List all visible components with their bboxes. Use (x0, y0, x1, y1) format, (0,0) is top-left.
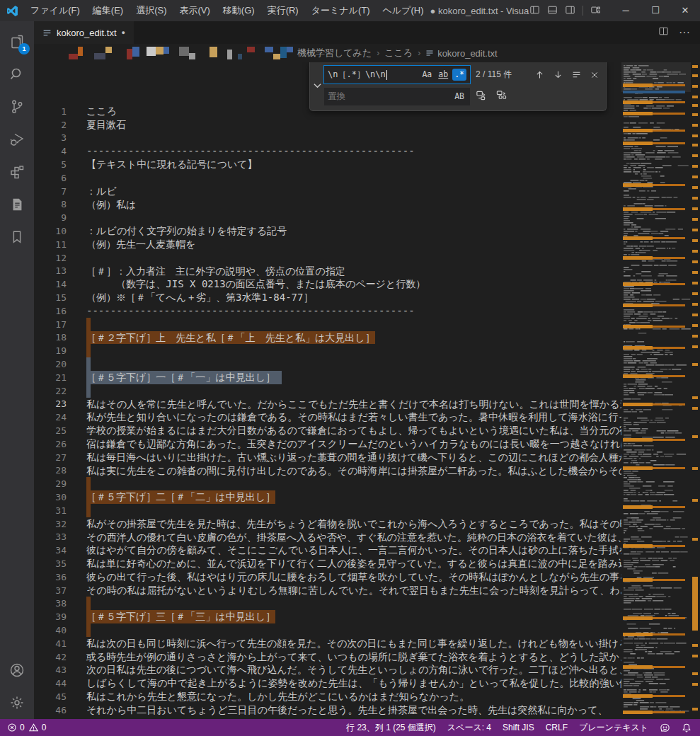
overview-ruler[interactable] (691, 62, 700, 719)
editor-line[interactable]: 21［＃５字下げ］一［＃「一」は中見出し］ (34, 371, 621, 384)
line-number[interactable]: 42 (34, 652, 67, 662)
line-number[interactable]: 23 (34, 398, 67, 409)
editor-line[interactable]: 22 (34, 384, 621, 398)
maximize-button[interactable]: ☐ (641, 0, 670, 21)
sidebar-item-document[interactable] (0, 188, 34, 221)
line-number[interactable]: 28 (34, 465, 67, 476)
editor-line[interactable]: 42或る時先生が例の通りさっさと海から上がって来て、いつもの場所に脱ぎ棄てた浴衣… (34, 650, 621, 664)
editor-line[interactable]: 30［＃５字下げ］二［＃「二」は中見出し］ (34, 490, 621, 504)
settings-gear-icon[interactable] (0, 686, 34, 719)
customize-layout-icon[interactable] (590, 5, 601, 17)
menu-item-6[interactable]: ターミナル(T) (305, 0, 377, 21)
toggle-replace-chevron-icon[interactable] (310, 66, 324, 105)
minimize-button[interactable]: ─ (611, 0, 641, 21)
editor-line[interactable]: 29 (34, 477, 621, 490)
editor-line[interactable]: 10：ルビの付く文字列の始まりを特定する記号 (34, 224, 621, 238)
editor-line[interactable]: 40 (34, 623, 621, 637)
notifications-bell-icon[interactable] (682, 723, 692, 733)
line-number[interactable]: 26 (34, 439, 67, 449)
breadcrumb-folder-1[interactable]: 機械学習してみた (297, 47, 372, 59)
editor-line[interactable]: 45私はこれから先生と懇意になった。しかし先生がどこにいるかはまだ知らなかった。 (34, 690, 621, 703)
problems-errors[interactable]: 0 (7, 723, 25, 732)
find-input[interactable]: \n［.*］\n\n Aa ab .* (324, 66, 470, 84)
whole-word-button[interactable]: ab (436, 69, 450, 81)
replace-input[interactable]: 置換 AB (324, 88, 470, 105)
regex-button[interactable]: .* (452, 69, 466, 81)
menu-item-5[interactable]: 実行(R) (261, 0, 305, 21)
editor-line[interactable]: 36彼らの出て行った後、私はやはり元の床几に腰をおろして烟草を吹かしていた。その… (34, 570, 621, 584)
editor-line[interactable]: 14 （数字は、JIS X 0213の面区点番号、または底本のページと行数） (34, 277, 621, 291)
sidebar-item-explorer[interactable]: 1 (0, 25, 34, 58)
line-number[interactable]: 18 (34, 332, 67, 343)
toggle-panel-icon[interactable] (547, 5, 558, 17)
line-number[interactable]: 16 (34, 306, 67, 316)
editor-line[interactable]: 16--------------------------------------… (34, 304, 621, 318)
editor-line[interactable]: 24私が先生と知り合いになったのは鎌倉である。その時私はまだ若々しい書生であった… (34, 410, 621, 424)
editor-line[interactable]: 35私は単に好奇心のために、並んで浜辺を下りて行く二人の後姿を見守っていた。する… (34, 557, 621, 570)
menu-item-0[interactable]: ファイル(F) (24, 0, 86, 21)
line-number[interactable]: 14 (34, 279, 67, 289)
editor-content[interactable]: 1こころ2夏目漱石34-----------------------------… (34, 62, 621, 719)
line-number[interactable]: 13 (34, 265, 67, 276)
line-number[interactable]: 20 (34, 359, 67, 369)
breadcrumb-folder-2[interactable]: こころ (384, 47, 413, 59)
toggle-sidebar-icon[interactable] (529, 5, 540, 17)
line-number[interactable]: 38 (34, 598, 67, 609)
line-number[interactable]: 33 (34, 531, 67, 542)
next-match-icon[interactable] (553, 70, 563, 79)
line-number[interactable]: 31 (34, 505, 67, 516)
menu-item-7[interactable]: ヘルプ(H) (377, 0, 430, 21)
editor-line[interactable]: 9 (34, 211, 621, 224)
line-number[interactable]: 36 (34, 572, 67, 582)
editor-line[interactable]: 18［＃２字下げ］上 先生と私［＃「上 先生と私」は大見出し］ (34, 331, 621, 345)
line-number[interactable]: 1 (34, 106, 67, 117)
editor-line[interactable]: 38 (34, 597, 621, 610)
line-number[interactable]: 46 (34, 705, 67, 715)
line-number[interactable]: 10 (34, 226, 67, 236)
line-number[interactable]: 40 (34, 625, 67, 636)
editor-line[interactable]: 4---------------------------------------… (34, 144, 621, 158)
line-number[interactable]: 21 (34, 372, 67, 383)
editor-line[interactable]: 33その西洋人の優れて白い皮膚の色が、掛茶屋へ入るや否や、すぐ私の注意を惹いた。… (34, 531, 621, 544)
line-number[interactable]: 12 (34, 253, 67, 263)
editor-line[interactable]: 17 (34, 318, 621, 331)
editor-line[interactable]: 11（例）先生一人麦藁帽を (34, 238, 621, 251)
editor-line[interactable]: 26宿は鎌倉でも辺鄙な方角にあった。玉突きだのアイスクリームだのというハイカラな… (34, 437, 621, 451)
close-find-icon[interactable] (590, 71, 599, 79)
preserve-case-button[interactable]: AB (452, 91, 466, 103)
editor-line[interactable]: 32私がその掛茶屋で先生を見た時は、先生がちょうど着物を脱いでこれから海へ入ろう… (34, 517, 621, 531)
menu-item-1[interactable]: 編集(E) (86, 0, 130, 21)
line-number[interactable]: 19 (34, 345, 67, 356)
previous-match-icon[interactable] (535, 70, 544, 79)
editor-line[interactable]: 5【テキスト中に現れる記号について】 (34, 158, 621, 171)
tab-kokoro-edit[interactable]: kokoro_edit.txt ● (34, 21, 134, 44)
line-number[interactable]: 4 (34, 146, 67, 156)
close-button[interactable]: ✕ (670, 0, 700, 21)
breadcrumb-file[interactable]: kokoro_edit.txt (425, 48, 498, 59)
editor-line[interactable]: 39［＃５字下げ］三［＃「三」は中見出し］ (34, 610, 621, 623)
line-number[interactable]: 25 (34, 425, 67, 436)
editor-line[interactable]: 20 (34, 357, 621, 371)
problems-warnings[interactable]: 0 (28, 723, 47, 732)
editor-line[interactable]: 28私は実に先生をこの雑沓の間に見付け出したのである。その時海岸には掛茶屋が二軒… (34, 464, 621, 478)
editor-line[interactable]: 27私は毎日海へはいりに出掛けた。古い燻ぶり返った藁葺の間を通り抜けて磯へ下りる… (34, 451, 621, 464)
editor-line[interactable]: 34彼はやがて自分の傍を顧みて、そこにこごんでいる日本人に、一言二言何かいった。… (34, 544, 621, 557)
editor-line[interactable]: 2夏目漱石 (34, 118, 621, 132)
line-number[interactable]: 43 (34, 665, 67, 675)
sidebar-item-bookmarks[interactable] (0, 221, 34, 253)
minimap[interactable] (621, 62, 691, 719)
sidebar-item-search[interactable] (0, 58, 34, 91)
line-number[interactable]: 22 (34, 386, 67, 396)
encoding[interactable]: Shift JIS (503, 723, 534, 732)
line-number[interactable]: 29 (34, 478, 67, 489)
indentation[interactable]: スペース: 4 (447, 722, 491, 734)
sidebar-item-source-control[interactable] (0, 91, 34, 123)
line-number[interactable]: 39 (34, 611, 67, 622)
line-number[interactable]: 45 (34, 691, 67, 702)
editor-line[interactable]: 15（例）※［＃「てへん＋劣」、第3水準1-84-77］ (34, 291, 621, 304)
find-in-selection-icon[interactable] (572, 70, 581, 79)
toggle-secondary-sidebar-icon[interactable] (565, 5, 575, 17)
feedback-smiley-icon[interactable] (660, 723, 670, 733)
line-number[interactable]: 32 (34, 519, 67, 529)
editor-line[interactable]: 7：ルビ (34, 185, 621, 198)
